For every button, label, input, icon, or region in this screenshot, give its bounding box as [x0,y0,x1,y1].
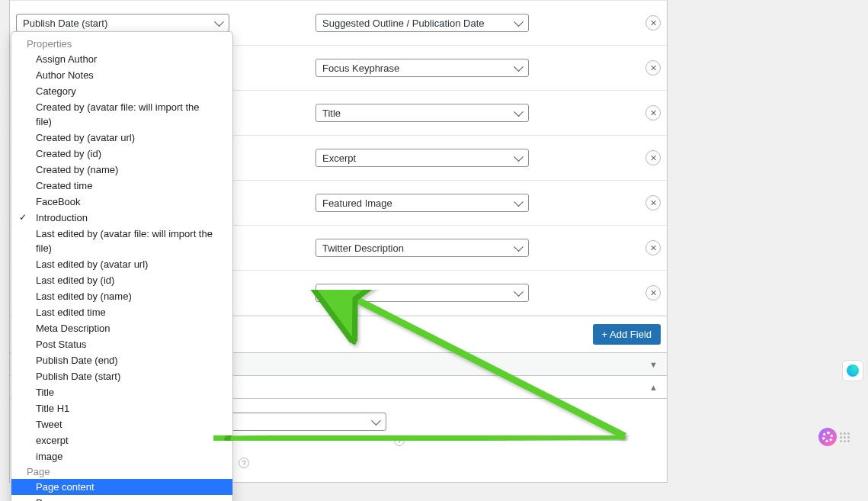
dropdown-item[interactable]: Category [11,83,232,99]
close-icon: ✕ [650,154,657,162]
assistant-widget[interactable] [842,360,863,381]
close-icon: ✕ [650,64,657,72]
dropdown-group-label: Properties [11,37,232,51]
help-icon[interactable]: ? [394,435,405,446]
dropdown-item[interactable]: Publish Date (start) [11,368,232,384]
dropdown-item[interactable]: FaceBook [11,194,232,210]
target-select-value: Twitter Description [322,242,404,254]
dropdown-item[interactable]: Last edited by (avatar url) [11,256,232,272]
add-field-button[interactable]: + Add Field [593,324,661,345]
source-select-value: Publish Date (start) [23,18,107,29]
dropdown-item[interactable]: Title H1 [11,400,232,416]
dropdown-item[interactable]: Meta Description [11,320,232,336]
dropdown-item[interactable]: Created by (avatar file: will import the… [11,99,232,130]
drag-handle-icon[interactable] [840,432,850,442]
delete-row-button[interactable]: ✕ [645,195,661,210]
dropdown-item[interactable]: Post Status [11,336,232,352]
assistant-icon [847,365,859,377]
dropdown-item[interactable]: excerpt [11,432,232,448]
dropdown-item[interactable]: image [11,448,232,464]
target-select[interactable]: Featured Image [315,194,529,212]
dropdown-item[interactable]: Page content [11,479,232,495]
help-icon[interactable]: ? [239,458,249,468]
close-icon: ✕ [650,19,657,27]
close-icon: ✕ [650,244,657,252]
target-select[interactable]: Title [315,104,529,122]
dropdown-item[interactable]: Created by (name) [11,162,232,178]
target-select[interactable]: Focus Keyphrase [315,59,529,77]
close-icon: ✕ [650,199,657,207]
close-icon: ✕ [650,109,657,117]
delete-row-button[interactable]: ✕ [645,60,661,75]
target-select-value: Excerpt [322,153,356,164]
source-select[interactable]: Publish Date (start) [16,14,229,32]
dropdown-item[interactable]: Introduction [11,210,232,226]
recurring-option: Recurring ? [173,457,661,468]
dropdown-item[interactable]: Tweet [11,416,232,432]
dropdown-item[interactable]: Title [11,384,232,400]
dropdown-item[interactable]: Last edited by (name) [11,288,232,304]
dropdown-item[interactable]: Last edited by (avatar file: will import… [11,226,232,256]
dropdown-group-label: Page [11,464,232,479]
delete-row-button[interactable]: ✕ [645,150,661,165]
delete-row-button[interactable]: ✕ [645,15,661,31]
close-icon: ✕ [650,289,657,297]
property-dropdown[interactable]: PropertiesAssign AuthorAuthor NotesCateg… [11,31,233,501]
dropdown-item[interactable]: Last edited time [11,304,232,320]
target-select-value: Title [322,108,341,119]
target-select[interactable]: Excerpt [315,149,529,167]
chevron-down-icon: ▼ [649,360,658,369]
target-select-value: Content [322,287,357,299]
delete-row-button[interactable]: ✕ [645,105,661,120]
delete-row-button[interactable]: ✕ [645,285,661,300]
target-select[interactable]: Twitter Description [315,239,529,257]
delete-row-button[interactable]: ✕ [645,240,661,255]
target-select[interactable]: Content [315,284,529,302]
target-select-value: Featured Image [322,198,392,209]
dropdown-item[interactable]: Author Notes [11,67,232,83]
dropdown-item[interactable]: Assign Author [11,51,232,67]
dropdown-item[interactable]: Created by (avatar url) [11,130,232,146]
dropdown-item[interactable]: Created by (id) [11,146,232,162]
dropdown-item[interactable]: Publish Date (end) [11,352,232,368]
floating-controls [818,428,850,446]
target-select-value: Focus Keyphrase [322,63,399,74]
dropdown-item[interactable]: Page cover [11,495,232,501]
gear-icon [822,432,833,442]
dropdown-item[interactable]: Created time [11,178,232,194]
chevron-up-icon: ▲ [649,383,658,392]
target-select[interactable]: Suggested Outline / Publication Date [315,14,529,32]
dropdown-item[interactable]: Last edited by (id) [11,272,232,288]
target-select-value: Suggested Outline / Publication Date [322,18,484,29]
settings-floating-button[interactable] [818,428,837,446]
